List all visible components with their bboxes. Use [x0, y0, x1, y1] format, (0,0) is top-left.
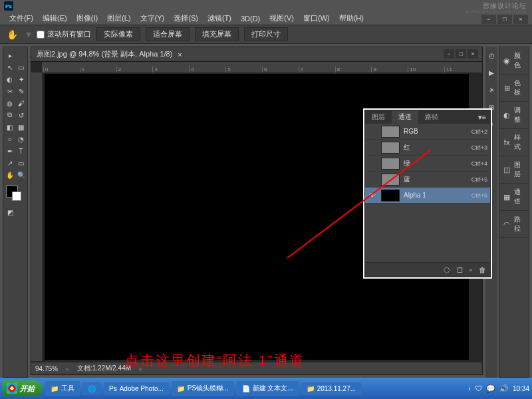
path-tool[interactable]: ↗: [5, 158, 15, 168]
clock[interactable]: 10:34: [513, 385, 529, 392]
save-selection-icon[interactable]: ◻: [457, 265, 463, 274]
panel-styles[interactable]: fx样式: [499, 129, 529, 156]
channel-green[interactable]: 绿Ctrl+4: [365, 156, 490, 172]
actual-pixels-button[interactable]: 实际像素: [96, 27, 140, 41]
titlebar: Ps: [0, 0, 532, 12]
taskbar-item[interactable]: 📁 2013.11.27...: [301, 382, 361, 395]
menu-help[interactable]: 帮助(H): [335, 12, 368, 25]
menu-filter[interactable]: 滤镜(T): [203, 12, 235, 25]
panel-paths[interactable]: ◠路径: [499, 211, 529, 238]
paths-icon: ◠: [502, 219, 511, 229]
zoom-level[interactable]: 94.75%: [35, 365, 58, 372]
menu-edit[interactable]: 编辑(E): [39, 12, 71, 25]
marquee-tool[interactable]: ▭: [16, 62, 26, 72]
fill-screen-button[interactable]: 填充屏幕: [195, 27, 239, 41]
channels-panel: 图层 通道 路径 ▾≡ RGBCtrl+2 红Ctrl+3 绿Ctrl+4 蓝C…: [364, 110, 491, 277]
taskbar-item[interactable]: 🌐: [82, 382, 101, 395]
taskbar-item[interactable]: Ps Adobe Photo...: [104, 382, 169, 395]
tray-icon[interactable]: 🛡: [475, 384, 482, 392]
adjustments-icon: ◐: [502, 110, 511, 120]
options-bar: ✋ ▾ 滚动所有窗口 实际像素 适合屏幕 填充屏幕 打印尺寸: [0, 25, 532, 44]
menu-window[interactable]: 窗口(W): [299, 12, 334, 25]
shape-tool[interactable]: ▭: [16, 158, 26, 168]
pen-tool[interactable]: ✒: [5, 146, 15, 156]
panel-swatches[interactable]: ⊞色板: [499, 74, 529, 102]
taskbar-item[interactable]: 📁 PS镜头模糊...: [172, 381, 234, 396]
foreground-swatch[interactable]: [6, 186, 18, 198]
background-swatch[interactable]: [12, 192, 21, 201]
channel-red[interactable]: 红Ctrl+3: [365, 140, 490, 156]
hand-tool-icon: ✋: [4, 29, 21, 40]
start-button[interactable]: 开始: [3, 380, 43, 396]
move-tool[interactable]: ↖: [5, 62, 15, 72]
quickmask-icon[interactable]: ◩: [5, 207, 15, 217]
panel-layers[interactable]: ◫图层: [499, 156, 529, 184]
menu-3d[interactable]: 3D(D): [237, 13, 264, 24]
history-icon[interactable]: ◴: [487, 51, 496, 60]
tab-layers[interactable]: 图层: [365, 110, 392, 124]
color-icon: ◉: [502, 55, 511, 66]
type-tool[interactable]: T: [16, 146, 26, 156]
doc-minimize-button[interactable]: −: [444, 49, 454, 59]
doc-maximize-button[interactable]: □: [456, 49, 466, 59]
load-selection-icon[interactable]: ◌: [444, 265, 450, 274]
properties-icon[interactable]: ☀: [487, 85, 496, 94]
document-tab[interactable]: 原图2.jpg @ 94.8% (背景 副本, Alpha 1/8) × − □…: [31, 47, 482, 62]
eyedropper-tool[interactable]: ✎: [16, 86, 26, 96]
tab-close-icon[interactable]: ×: [178, 51, 182, 59]
history-brush-tool[interactable]: ↺: [16, 110, 26, 120]
panel-color[interactable]: ◉颜色: [499, 47, 529, 74]
wand-tool[interactable]: ✦: [16, 74, 26, 84]
crop-tool[interactable]: ✂: [5, 86, 15, 96]
annotation-text: 点击这里创建“阿法 1”通道: [125, 351, 305, 370]
channel-thumb: [381, 142, 400, 154]
minimize-button[interactable]: −: [481, 15, 496, 24]
scroll-all-checkbox[interactable]: 滚动所有窗口: [37, 29, 91, 39]
taskbar-item[interactable]: 📁 工具: [45, 381, 80, 396]
brush-tool[interactable]: 🖌: [16, 98, 26, 108]
lasso-tool[interactable]: ◐: [5, 74, 15, 84]
panel-menu-icon[interactable]: ▾≡: [474, 113, 490, 122]
menu-layer[interactable]: 图层(L): [103, 12, 134, 25]
taskbar-item[interactable]: 📄 新建 文本文...: [237, 381, 299, 396]
zoom-tool[interactable]: 🔍: [16, 170, 26, 180]
collapse-icon[interactable]: ▸: [5, 50, 15, 61]
doc-close-button[interactable]: ×: [467, 49, 478, 59]
windows-taskbar: 开始 📁 工具 🌐 Ps Adobe Photo... 📁 PS镜头模糊... …: [0, 378, 532, 399]
dodge-tool[interactable]: ◔: [16, 134, 26, 144]
channels-icon: ▦: [502, 192, 511, 202]
hand-tool[interactable]: ✋: [5, 170, 15, 180]
panel-adjustments[interactable]: ◐调整: [499, 102, 529, 129]
tray-icon[interactable]: 💬: [486, 384, 495, 393]
menu-file[interactable]: 文件(F): [5, 12, 37, 25]
maximize-button[interactable]: □: [497, 15, 512, 24]
close-button[interactable]: ×: [513, 15, 528, 24]
channel-thumb: [381, 126, 400, 138]
panel-channels[interactable]: ▦通道: [499, 184, 529, 211]
fit-screen-button[interactable]: 适合屏幕: [146, 27, 190, 41]
heal-tool[interactable]: ◍: [5, 98, 15, 108]
channel-rgb[interactable]: RGBCtrl+2: [365, 124, 490, 140]
menu-image[interactable]: 图像(I): [72, 12, 102, 25]
swatches-icon: ⊞: [502, 82, 511, 93]
tab-channels[interactable]: 通道: [392, 110, 418, 124]
menu-view[interactable]: 视图(V): [265, 12, 298, 25]
tray-icon[interactable]: 🔊: [499, 384, 509, 393]
tab-paths[interactable]: 路径: [418, 110, 445, 124]
eraser-tool[interactable]: ◧: [5, 122, 15, 132]
actions-icon[interactable]: ▶: [487, 68, 496, 77]
channel-thumb: [381, 158, 400, 170]
menu-select[interactable]: 选择(S): [170, 12, 202, 25]
layers-icon: ◫: [502, 164, 511, 175]
channel-alpha1[interactable]: 👁Alpha 1Ctrl+6: [365, 188, 490, 203]
panel-tabs: 图层 通道 路径 ▾≡: [365, 110, 490, 124]
gradient-tool[interactable]: ▦: [16, 122, 26, 132]
delete-channel-icon[interactable]: 🗑: [479, 266, 486, 274]
tray-icon[interactable]: ‹: [468, 384, 471, 392]
menu-type[interactable]: 文字(Y): [136, 12, 169, 25]
blur-tool[interactable]: ○: [5, 134, 15, 144]
document-title: 原图2.jpg @ 94.8% (背景 副本, Alpha 1/8): [37, 49, 172, 59]
print-size-button[interactable]: 打印尺寸: [244, 27, 288, 41]
new-channel-icon[interactable]: ▫: [469, 266, 472, 274]
stamp-tool[interactable]: ⧉: [5, 110, 15, 120]
